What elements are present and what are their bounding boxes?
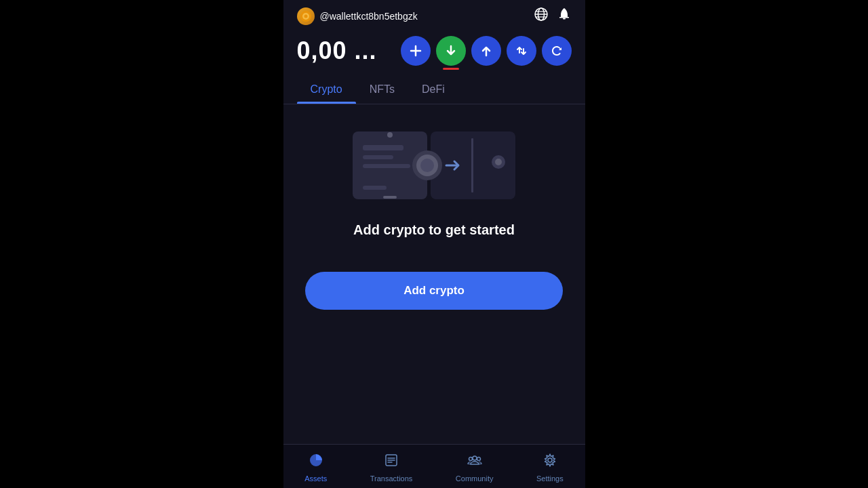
empty-title: Add crypto to get started [353, 222, 515, 238]
nav-assets[interactable]: Assets [296, 450, 335, 485]
wallet-address: @wallettkct8bn5etbgzk [320, 11, 418, 22]
nav-settings[interactable]: Settings [528, 450, 572, 485]
svg-point-35 [548, 458, 552, 462]
settings-label: Settings [536, 474, 564, 483]
svg-rect-15 [363, 145, 403, 150]
community-label: Community [456, 474, 494, 483]
tabs: Crypto NFTs DeFi [283, 74, 585, 104]
add-button[interactable] [401, 36, 431, 66]
assets-label: Assets [304, 474, 327, 483]
bottom-nav: Assets Transactions [283, 444, 585, 488]
svg-point-2 [304, 14, 307, 18]
svg-point-34 [477, 458, 480, 461]
svg-point-32 [473, 456, 477, 460]
assets-icon [309, 453, 323, 472]
add-crypto-button[interactable]: Add crypto [305, 272, 563, 310]
tab-defi[interactable]: DeFi [408, 74, 458, 104]
balance-section: 0,00 ... [283, 30, 585, 74]
globe-icon[interactable] [534, 7, 549, 25]
avatar [297, 7, 315, 25]
header: @wallettkct8bn5etbgzk [283, 0, 585, 30]
action-buttons [401, 36, 572, 66]
nav-community[interactable]: Community [448, 450, 502, 485]
svg-rect-27 [383, 196, 397, 199]
main-content: Add crypto to get started Add crypto [283, 104, 585, 444]
svg-point-33 [469, 458, 472, 461]
svg-point-26 [387, 132, 393, 138]
transactions-label: Transactions [370, 474, 413, 483]
empty-state-illustration [353, 125, 515, 206]
svg-rect-16 [363, 155, 393, 159]
svg-rect-18 [363, 186, 387, 190]
tab-crypto[interactable]: Crypto [297, 74, 356, 104]
svg-rect-23 [471, 138, 473, 192]
transactions-icon [384, 453, 399, 472]
swap-button[interactable] [507, 36, 536, 66]
tab-nfts[interactable]: NFTs [356, 74, 408, 104]
svg-rect-8 [563, 18, 566, 20]
send-button[interactable] [471, 36, 501, 66]
community-icon [467, 453, 482, 472]
nav-transactions[interactable]: Transactions [362, 450, 421, 485]
svg-rect-17 [363, 164, 410, 168]
more-button[interactable] [542, 36, 572, 66]
receive-button[interactable] [436, 36, 466, 66]
settings-icon [542, 453, 557, 472]
wallet-info[interactable]: @wallettkct8bn5etbgzk [297, 7, 418, 25]
svg-point-21 [420, 159, 434, 172]
header-actions [534, 7, 572, 25]
balance-amount: 0,00 ... [297, 37, 377, 65]
svg-point-25 [495, 159, 502, 165]
notification-icon[interactable] [557, 7, 572, 25]
